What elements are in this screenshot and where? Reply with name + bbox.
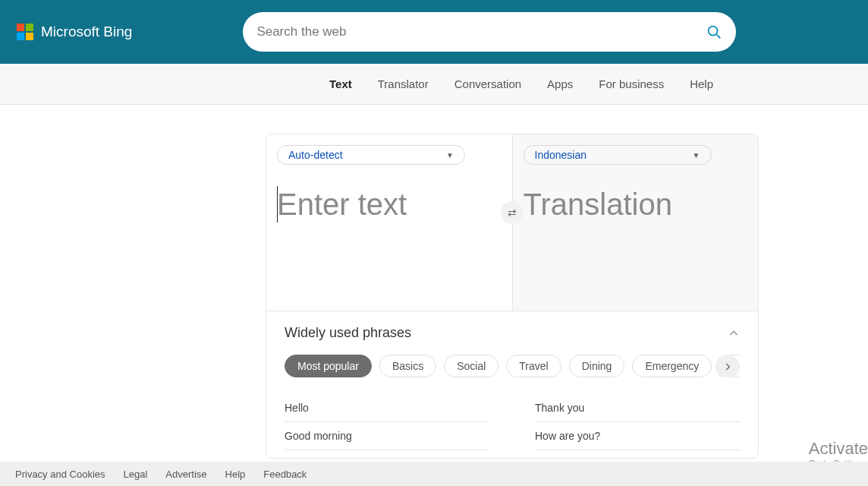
translator-card: Auto-detect ▼ Enter text ⇄ Indonesian ▼ … (266, 134, 759, 459)
target-output: Translation (524, 188, 748, 222)
footer-link[interactable]: Advertise (165, 469, 206, 480)
brand-logo-wrap[interactable]: Microsoft Bing (17, 24, 132, 40)
microsoft-logo-icon (17, 24, 33, 40)
search-icon[interactable] (706, 24, 722, 40)
footer-link[interactable]: Legal (124, 469, 148, 480)
phrase-item[interactable]: How are you? (535, 422, 740, 450)
phrase-item[interactable]: Good morning (285, 422, 489, 450)
subnav-item[interactable]: Text (329, 77, 352, 90)
swap-icon: ⇄ (508, 207, 517, 219)
translator-panes: Auto-detect ▼ Enter text ⇄ Indonesian ▼ … (266, 134, 758, 311)
source-pane: Auto-detect ▼ Enter text (266, 134, 512, 311)
subnav-item[interactable]: For business (599, 77, 664, 90)
svg-line-1 (717, 35, 721, 39)
caret-down-icon: ▼ (693, 151, 700, 159)
brand-text: Microsoft Bing (41, 24, 132, 40)
subnav-item[interactable]: Apps (547, 77, 573, 90)
swap-languages-button[interactable]: ⇄ (501, 201, 524, 224)
phrases-header[interactable]: Widely used phrases (285, 325, 740, 341)
phrase-item[interactable]: Thank you (535, 394, 740, 422)
subnav-item[interactable]: Conversation (454, 77, 521, 90)
category-pill[interactable]: Dining (569, 355, 625, 377)
target-language-select[interactable]: Indonesian ▼ (524, 145, 712, 165)
category-pill[interactable]: Basics (379, 355, 436, 377)
watermark-line1: Activate (809, 439, 868, 459)
target-language-label: Indonesian (535, 149, 587, 161)
chevron-up-icon (728, 327, 740, 339)
scroll-right-button[interactable] (715, 355, 740, 377)
subnav-item[interactable]: Help (690, 77, 713, 90)
search-wrap (243, 12, 736, 52)
source-placeholder: Enter text (277, 188, 407, 221)
search-input[interactable] (256, 24, 706, 39)
footer: Privacy and CookiesLegalAdvertiseHelpFee… (0, 462, 868, 486)
subnav-item[interactable]: Translator (378, 77, 429, 90)
footer-link[interactable]: Help (225, 469, 246, 480)
source-language-label: Auto-detect (288, 149, 343, 161)
source-textarea[interactable]: Enter text (277, 188, 502, 222)
footer-link[interactable]: Privacy and Cookies (15, 469, 105, 480)
footer-link[interactable]: Feedback (263, 469, 307, 480)
text-cursor-icon (277, 186, 278, 222)
header-bar: Microsoft Bing (0, 0, 868, 64)
category-pill[interactable]: Social (444, 355, 498, 377)
subnav: TextTranslatorConversationAppsFor busine… (0, 64, 868, 105)
target-placeholder: Translation (524, 188, 672, 221)
svg-point-0 (709, 27, 718, 36)
chevron-right-icon (722, 361, 733, 372)
category-pills: Most popularBasicsSocialTravelDiningEmer… (285, 355, 740, 377)
phrase-grid: HelloThank youGood morningHow are you? (285, 394, 740, 450)
category-pill[interactable]: Travel (506, 355, 561, 377)
category-pill[interactable]: Emergency (632, 355, 712, 377)
target-pane: Indonesian ▼ Translation (512, 134, 759, 311)
phrases-section: Widely used phrases Most popularBasicsSo… (266, 311, 758, 458)
caret-down-icon: ▼ (446, 151, 454, 159)
phrases-title: Widely used phrases (285, 325, 411, 341)
search-box[interactable] (243, 12, 736, 52)
phrase-item[interactable]: Hello (285, 394, 489, 422)
source-language-select[interactable]: Auto-detect ▼ (277, 145, 465, 165)
main-area: Auto-detect ▼ Enter text ⇄ Indonesian ▼ … (0, 105, 868, 459)
category-pill[interactable]: Most popular (285, 355, 372, 377)
